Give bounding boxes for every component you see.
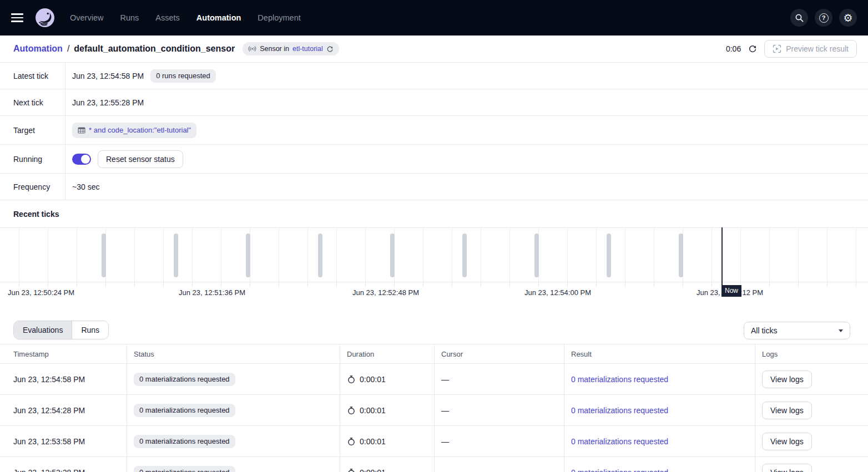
now-marker-line — [721, 227, 723, 285]
timeline-gridline — [134, 228, 135, 282]
sensor-icon — [248, 45, 256, 53]
result-link[interactable]: 0 materializations requested — [571, 468, 668, 472]
timeline-axis-tick — [77, 282, 77, 287]
timeline-gridline — [740, 228, 741, 282]
timeline-axis-tick — [509, 282, 510, 287]
nav-item-overview[interactable]: Overview — [70, 13, 103, 22]
tab-evaluations[interactable]: Evaluations — [14, 321, 72, 339]
table-row: Jun 23, 12:53:58 PM 0 materializations r… — [0, 426, 868, 457]
code-location-link[interactable]: etl-tutorial — [292, 45, 323, 53]
sensor-tick-bar[interactable] — [679, 234, 683, 277]
refresh-icon[interactable] — [746, 43, 759, 55]
breadcrumb-separator: / — [67, 44, 69, 54]
preview-tick-result-button[interactable]: Preview tick result — [764, 40, 857, 58]
timeline-axis-tick — [481, 282, 481, 287]
preview-play-icon — [773, 44, 781, 53]
timeline-axis-tick — [192, 282, 193, 287]
table-header-row: Timestamp Status Duration Cursor Result … — [0, 344, 868, 364]
cell-cursor: — — [434, 457, 564, 472]
recent-ticks-heading: Recent ticks — [0, 200, 868, 227]
sensor-tick-bar[interactable] — [102, 234, 106, 277]
cell-cursor: — — [434, 426, 564, 456]
search-icon[interactable] — [790, 9, 808, 27]
timeline-gridline — [798, 228, 799, 282]
result-link[interactable]: 0 materializations requested — [571, 406, 668, 415]
col-header-result: Result — [564, 344, 755, 363]
runs-requested-badge: 0 runs requested — [150, 69, 216, 83]
nav-item-runs[interactable]: Runs — [120, 13, 139, 22]
ticks-filter-dropdown[interactable]: All ticks — [744, 322, 850, 339]
result-link[interactable]: 0 materializations requested — [571, 375, 668, 384]
tab-runs[interactable]: Runs — [72, 321, 108, 339]
target-label: Target — [0, 116, 65, 144]
view-logs-button[interactable]: View logs — [762, 464, 812, 472]
timeline-gridline — [856, 228, 856, 282]
timeline-gridline — [48, 228, 48, 282]
table-row: Jun 23, 12:54:28 PM 0 materializations r… — [0, 395, 868, 426]
sensor-tick-bar[interactable] — [246, 234, 250, 277]
view-logs-button[interactable]: View logs — [762, 433, 812, 450]
table-row: Jun 23, 12:54:58 PM 0 materializations r… — [0, 364, 868, 395]
timeline-gridline — [279, 228, 279, 282]
timeline-axis-tick — [365, 282, 366, 287]
view-mode-tabs: Evaluations Runs — [13, 321, 109, 339]
target-selection-chip[interactable]: * and code_location:"etl-tutorial" — [72, 123, 196, 138]
nav-item-deployment[interactable]: Deployment — [258, 13, 300, 22]
timeline-axis-tick — [48, 282, 48, 287]
cell-duration: 0:00:01 — [360, 375, 386, 384]
now-marker-label: Now — [721, 285, 741, 297]
stopwatch-icon — [347, 406, 356, 415]
view-logs-button[interactable]: View logs — [762, 402, 812, 419]
reset-sensor-status-button[interactable]: Reset sensor status — [98, 150, 183, 168]
timeline-axis-tick — [596, 282, 597, 287]
sensor-tick-bar[interactable] — [462, 234, 467, 277]
evaluations-table: Timestamp Status Duration Cursor Result … — [0, 344, 868, 472]
breadcrumb-automation-link[interactable]: Automation — [13, 44, 63, 54]
timeline-gridline — [19, 228, 19, 282]
latest-tick-row: Latest tick Jun 23, 12:54:58 PM 0 runs r… — [0, 63, 868, 89]
nav-links: Overview Runs Assets Automation Deployme… — [70, 13, 790, 22]
col-header-logs: Logs — [755, 344, 868, 363]
badge-refresh-icon[interactable] — [326, 45, 334, 53]
timeline-gridline — [481, 228, 481, 282]
cell-timestamp: Jun 23, 12:53:28 PM — [0, 457, 127, 472]
dagster-logo-icon[interactable] — [34, 7, 55, 28]
timeline-gridline — [423, 228, 423, 282]
nav-actions: ? ⚙ — [790, 9, 857, 27]
sensor-tick-bar[interactable] — [607, 234, 611, 277]
timeline-gridline — [192, 228, 193, 282]
stopwatch-icon — [347, 468, 356, 472]
timeline-axis-tick — [769, 282, 770, 287]
cell-duration: 0:00:01 — [360, 406, 386, 415]
sensor-tick-bar[interactable] — [174, 234, 178, 277]
nav-item-assets[interactable]: Assets — [155, 13, 180, 22]
timeline-axis-tick — [423, 282, 423, 287]
menu-icon[interactable] — [11, 10, 27, 26]
ticks-filter-value: All ticks — [751, 326, 777, 335]
timeline-axis-tick — [19, 282, 19, 287]
sensor-tick-bar[interactable] — [318, 234, 322, 277]
timeline-gridline — [307, 228, 308, 282]
timeline-axis-label: Jun 23, 12:54:00 PM — [524, 288, 591, 298]
sensor-tick-bar[interactable] — [534, 234, 539, 277]
timeline-axis-tick — [683, 282, 683, 287]
chevron-down-icon — [839, 329, 843, 332]
running-toggle[interactable] — [72, 154, 91, 165]
result-link[interactable]: 0 materializations requested — [571, 437, 668, 446]
timeline-axis-label: Jun 23, 12:51:36 PM — [179, 288, 245, 298]
running-label: Running — [0, 145, 65, 173]
timeline-axis-tick — [134, 282, 135, 287]
view-logs-button[interactable]: View logs — [762, 371, 812, 388]
help-icon[interactable]: ? — [815, 9, 832, 27]
tick-timeline: Jun 23, 12:50:24 PMJun 23, 12:51:36 PMJu… — [0, 227, 868, 308]
settings-gear-icon[interactable]: ⚙ — [839, 9, 857, 27]
toggle-knob — [81, 155, 90, 164]
header-actions: 0:06 Preview tick result — [726, 40, 857, 58]
sensor-tick-bar[interactable] — [390, 234, 395, 277]
timeline-axis-tick — [798, 282, 799, 287]
status-badge: 0 materializations requested — [134, 373, 235, 386]
nav-item-automation[interactable]: Automation — [196, 13, 241, 22]
timeline-axis-tick — [654, 282, 654, 287]
timeline-axis-tick — [221, 282, 221, 287]
timeline-gridline — [77, 228, 77, 282]
